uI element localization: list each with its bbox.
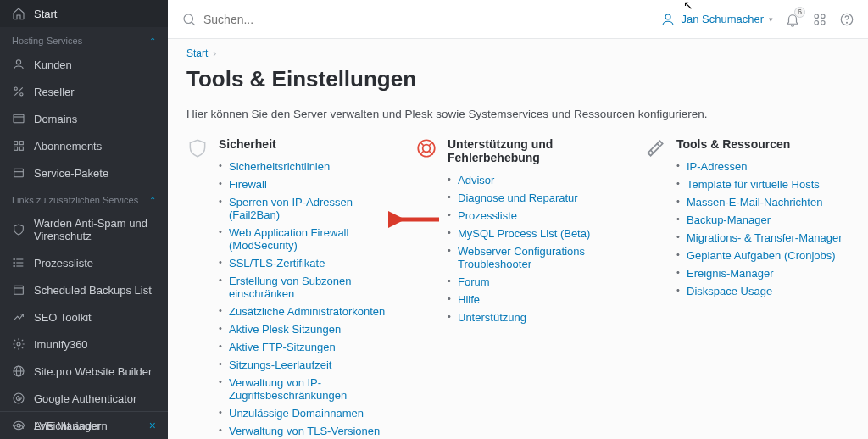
sidebar-section-extras[interactable]: Links zu zusätzlichen Services ⌃	[0, 186, 168, 210]
percent-icon	[12, 85, 25, 98]
svg-point-15	[14, 258, 14, 259]
svg-point-30	[815, 14, 819, 19]
svg-point-29	[665, 14, 670, 19]
sidebar-section-hosting[interactable]: Hosting-Services ⌃	[0, 27, 168, 51]
notification-count-badge: 6	[794, 7, 805, 18]
settings-link[interactable]: Verwaltung von TLS-Versionen und -Versch…	[229, 425, 380, 439]
extensions-icon[interactable]	[812, 12, 827, 27]
page-title: Tools & Einstellungen	[186, 66, 849, 92]
settings-link[interactable]: Diskspace Usage	[687, 285, 772, 297]
svg-line-39	[429, 151, 432, 154]
sidebar-item-backups[interactable]: Scheduled Backups List	[0, 276, 168, 303]
window-icon	[12, 112, 25, 125]
sidebar-item-label: Start	[34, 8, 57, 20]
settings-link[interactable]: Template für virtuelle Hosts	[687, 178, 820, 191]
sidebar-item-label: Abonnements	[34, 140, 102, 153]
sidebar-item-label: Reseller	[34, 86, 75, 98]
settings-link[interactable]: Erstellung von Subzonen einschränken	[229, 275, 352, 300]
settings-link[interactable]: Massen-E-Mail-Nachrichten	[687, 196, 822, 208]
trend-icon	[12, 310, 25, 324]
settings-link[interactable]: Sicherheitsrichtlinien	[229, 160, 330, 173]
user-menu[interactable]: Jan Schumacher ▾	[660, 12, 773, 27]
settings-link[interactable]: SSL/TLS-Zertifikate	[229, 257, 325, 270]
settings-link[interactable]: Sitzungs-Leerlaufzeit	[229, 358, 331, 371]
eye-icon	[12, 419, 25, 432]
tools-icon	[644, 137, 666, 300]
bell-icon[interactable]: 6	[785, 12, 800, 27]
svg-line-41	[429, 142, 432, 145]
settings-link[interactable]: Web Application Firewall (ModSecurity)	[229, 226, 348, 252]
settings-link[interactable]: Migrations- & Transfer-Manager	[687, 231, 843, 244]
settings-link[interactable]: Forum	[458, 275, 490, 288]
sidebar-item-label: Domains	[34, 113, 77, 125]
sidebar-item-label: Prozessliste	[34, 257, 93, 270]
svg-rect-6	[14, 142, 18, 145]
sidebar-item-abonnements[interactable]: Abonnements	[0, 132, 168, 159]
settings-link[interactable]: Advisor	[458, 174, 494, 186]
sidebar-item-label: Imunify360	[34, 338, 88, 351]
chevron-down-icon: ▾	[769, 15, 773, 24]
settings-link[interactable]: Sperren von IP-Adressen (Fail2Ban)	[229, 196, 353, 221]
sidebar-item-change-view[interactable]: Ansicht ändern ×	[0, 411, 168, 439]
sidebar-item-label: Warden Anti-Spam und Virenschutz	[34, 217, 156, 242]
settings-link[interactable]: Webserver Configurations Troubleshooter	[458, 245, 585, 270]
sidebar-item-start[interactable]: Start	[0, 0, 168, 27]
help-icon[interactable]	[839, 12, 854, 27]
svg-rect-4	[14, 114, 24, 122]
settings-link[interactable]: Firewall	[229, 178, 267, 191]
svg-point-3	[20, 93, 23, 96]
user-icon	[12, 58, 25, 71]
svg-point-16	[14, 262, 14, 263]
sidebar-item-reseller[interactable]: Reseller	[0, 78, 168, 105]
settings-link[interactable]: Ereignis-Manager	[687, 267, 774, 280]
google-icon	[12, 392, 25, 405]
sidebar-item-seo[interactable]: SEO Toolkit	[0, 303, 168, 331]
settings-link[interactable]: Unterstützung	[458, 311, 526, 324]
sidebar-item-domains[interactable]: Domains	[0, 105, 168, 132]
svg-point-26	[17, 424, 20, 427]
settings-link[interactable]: Unzulässige Domainnamen	[229, 407, 364, 420]
sidebar-item-label: Google Authenticator	[34, 392, 136, 405]
sidebar-item-sitepro[interactable]: Site.pro Website Builder	[0, 358, 168, 385]
settings-link[interactable]: Hilfe	[458, 293, 480, 306]
svg-line-1	[14, 87, 22, 95]
calendar-icon	[12, 283, 25, 297]
settings-link[interactable]: MySQL Process List (Beta)	[458, 227, 590, 240]
chevron-up-icon: ⌃	[149, 196, 156, 205]
settings-link[interactable]: Diagnose und Reparatur	[458, 192, 578, 204]
settings-link[interactable]: Verwaltung von IP-Zugriffsbeschränkungen	[229, 376, 347, 402]
search-input[interactable]	[203, 13, 424, 26]
sidebar-item-warden[interactable]: Warden Anti-Spam und Virenschutz	[0, 210, 168, 249]
sidebar-item-label: Kunden	[34, 58, 72, 71]
settings-link[interactable]: Aktive Plesk Sitzungen	[229, 323, 341, 336]
settings-link[interactable]: Prozessliste	[458, 209, 517, 222]
settings-link[interactable]: IP-Adressen	[687, 160, 748, 173]
support-links: AdvisorDiagnose und ReparaturProzesslist…	[448, 171, 620, 326]
chevron-right-icon: ›	[213, 47, 216, 59]
sidebar-item-imunify[interactable]: Imunify360	[0, 331, 168, 358]
globe-icon	[12, 364, 25, 378]
group-security: Sicherheit SicherheitsrichtlinienFirewal…	[186, 137, 392, 439]
breadcrumb-home[interactable]: Start	[186, 47, 208, 59]
sidebar-item-label: Service-Pakete	[34, 167, 108, 180]
tools-links: IP-AdressenTemplate für virtuelle HostsM…	[676, 158, 849, 300]
svg-point-31	[821, 14, 826, 19]
svg-point-20	[17, 342, 20, 346]
settings-link[interactable]: Zusätzliche Administratorkonten	[229, 305, 385, 318]
sidebar-item-prozessliste[interactable]: Prozessliste	[0, 249, 168, 276]
user-name: Jan Schumacher	[681, 13, 764, 25]
settings-link[interactable]: Geplante Aufgaben (Cronjobs)	[687, 249, 836, 262]
search-input-wrap[interactable]	[181, 12, 648, 27]
sidebar-item-kunden[interactable]: Kunden	[0, 51, 168, 78]
svg-point-0	[16, 60, 20, 64]
sidebar-item-label: Scheduled Backups List	[34, 284, 152, 297]
group-tools: Tools & Ressourcen IP-AdressenTemplate f…	[644, 137, 849, 300]
sidebar: Start Hosting-Services ⌃ Kunden Reseller…	[0, 0, 168, 439]
svg-rect-8	[14, 147, 18, 150]
sidebar-item-gauth[interactable]: Google Authenticator	[0, 385, 168, 412]
close-icon[interactable]: ×	[149, 419, 156, 432]
settings-link[interactable]: Aktive FTP-Sitzungen	[229, 341, 336, 353]
sidebar-item-service-pakete[interactable]: Service-Pakete	[0, 159, 168, 186]
group-title: Unterstützung und Fehlerbehebung	[448, 137, 620, 164]
settings-link[interactable]: Backup-Manager	[687, 214, 771, 226]
